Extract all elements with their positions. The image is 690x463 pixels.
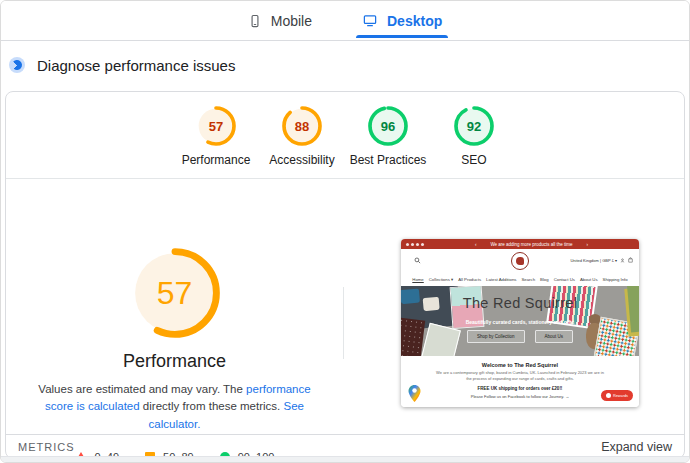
site-cart-icon	[628, 257, 633, 263]
performance-description: Values are estimated and may vary. The p…	[24, 381, 326, 433]
rewards-label: Rewards	[613, 394, 628, 398]
about-us-button: About Us	[535, 330, 574, 343]
score-accessibility[interactable]: 88Accessibility	[259, 106, 345, 167]
gauge-score: 88	[282, 106, 322, 146]
tab-mobile-label: Mobile	[271, 13, 312, 29]
performance-big-gauge: 57	[129, 247, 221, 339]
gauge-score: 96	[368, 106, 408, 146]
score-accessibility-label: Accessibility	[269, 153, 334, 167]
expand-view-button[interactable]: Expand view	[601, 440, 672, 454]
site-nav-item: All Products	[458, 277, 481, 282]
site-header: United Kingdom | GBP £ ▾	[401, 249, 639, 273]
site-screenshot-thumbnail: ‹We are adding more products all the tim…	[401, 239, 639, 407]
desktop-monitor-icon	[362, 13, 378, 28]
site-nav-item: Home	[412, 277, 423, 282]
diagnose-heading-row: Diagnose performance issues	[9, 49, 235, 81]
site-nav-item: Search	[521, 277, 535, 282]
site-logo	[511, 252, 529, 270]
desc-text-2: directly from these metrics.	[140, 400, 284, 412]
tab-mobile[interactable]: Mobile	[242, 1, 318, 40]
bottom-page-strip	[1, 456, 689, 462]
gauge-score: 57	[129, 247, 221, 339]
carousel-next-icon: ›	[587, 242, 589, 247]
site-locale-selector: United Kingdom | GBP £ ▾	[570, 258, 617, 263]
performance-detail-section: 57 Performance Values are estimated and …	[6, 179, 684, 434]
shop-by-collection-button: Shop by Collection	[467, 330, 525, 343]
screenshot-panel: ‹We are adding more products all the tim…	[344, 179, 684, 434]
site-hero-title: The Red Squirrel	[401, 295, 639, 311]
site-hero-buttons: Shop by Collection About Us	[401, 330, 639, 343]
carousel-prev-icon: ‹	[475, 242, 477, 247]
site-nav-item: Collections ▾	[429, 277, 453, 282]
site-announcement-text: We are adding more products all the time	[490, 242, 572, 247]
welcome-text: We are a contemporary gift shop, based i…	[434, 370, 606, 383]
site-search-icon	[414, 257, 421, 264]
social-icon	[416, 243, 419, 246]
site-announcement-bar: ‹We are adding more products all the tim…	[401, 239, 639, 249]
social-icon	[406, 243, 409, 246]
score-performance-label: Performance	[182, 153, 251, 167]
welcome-title: Welcome to The Red Squirrel	[401, 356, 639, 368]
social-icon	[411, 243, 414, 246]
diagnose-spinner-icon	[9, 57, 25, 73]
gauge-score: 92	[454, 106, 494, 146]
gauge-score: 57	[196, 106, 236, 146]
squirrel-icon	[516, 257, 524, 265]
site-nav-item: Blog	[540, 277, 549, 282]
performance-gauge-panel: 57 Performance Values are estimated and …	[6, 179, 343, 434]
score-best-practices-label: Best Practices	[350, 153, 427, 167]
mobile-phone-icon	[248, 14, 262, 28]
site-hero-subtitle: Beautifully curated cards, stationery an…	[401, 319, 639, 325]
google-maps-pin-icon	[408, 385, 421, 402]
site-nav: HomeCollections ▾All ProductsLatest Addi…	[401, 273, 639, 286]
site-nav-item: Shipping Info	[603, 277, 628, 282]
score-seo[interactable]: 92SEO	[431, 106, 517, 167]
device-tabbar: Mobile Desktop	[1, 1, 689, 41]
site-nav-item: About Us	[580, 277, 598, 282]
rewards-button: Rewards	[601, 390, 633, 401]
site-announcement: ‹We are adding more products all the tim…	[424, 242, 639, 247]
desc-text-1: Values are estimated and may vary. The	[38, 383, 246, 395]
site-account-icon	[620, 258, 625, 263]
site-social-icons	[406, 243, 424, 246]
diagnose-heading: Diagnose performance issues	[37, 57, 235, 74]
score-seo-label: SEO	[461, 153, 486, 167]
tab-desktop[interactable]: Desktop	[356, 1, 448, 40]
score-best-practices[interactable]: 96Best Practices	[345, 106, 431, 167]
metrics-label: METRICS	[18, 441, 75, 453]
site-nav-item: Contact Us	[554, 277, 575, 282]
tab-desktop-label: Desktop	[387, 13, 442, 29]
active-tab-underline	[356, 35, 448, 38]
site-nav-item: Latest Additions	[486, 277, 516, 282]
report-card: 57Performance88Accessibility96Best Pract…	[5, 91, 685, 459]
performance-title: Performance	[6, 351, 343, 372]
category-scores-row: 57Performance88Accessibility96Best Pract…	[6, 92, 684, 178]
score-performance[interactable]: 57Performance	[173, 106, 259, 167]
rewards-smile-icon	[606, 393, 611, 398]
site-hero: The Red Squirrel Beautifully curated car…	[401, 286, 639, 356]
pagespeed-report: Mobile Desktop Diagnose performance issu…	[0, 0, 690, 463]
